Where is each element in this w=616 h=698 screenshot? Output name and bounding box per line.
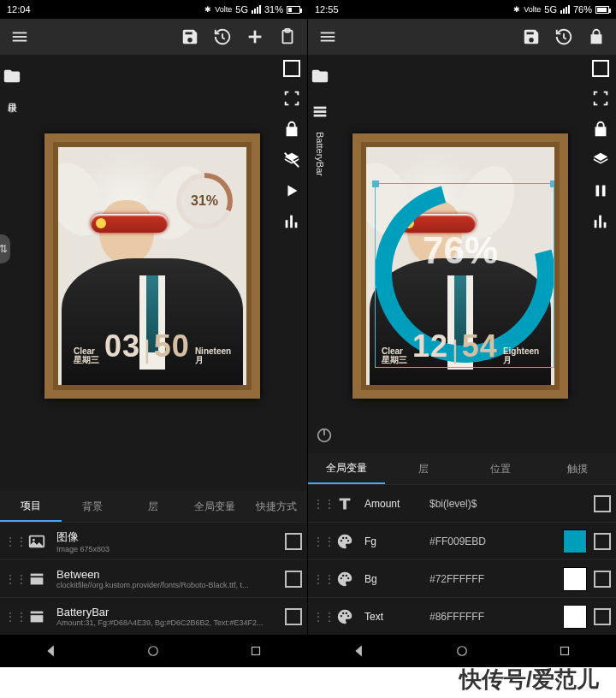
item-checkbox[interactable] (594, 571, 611, 588)
home-icon[interactable] (454, 643, 470, 659)
color-swatch[interactable] (563, 605, 587, 629)
back-icon[interactable] (44, 643, 59, 659)
editor-tabs: 项目背景层全局变量快捷方式 (0, 491, 307, 522)
clock-text: 12:04 (7, 4, 31, 15)
tab-0[interactable]: 项目 (0, 491, 62, 522)
selection-toggle[interactable] (592, 60, 609, 77)
svg-rect-19 (321, 33, 335, 34)
clipboard-icon[interactable] (273, 22, 302, 51)
lock-icon[interactable] (582, 22, 611, 51)
folder-icon[interactable] (308, 62, 335, 91)
property-row[interactable]: ⋮⋮Bg#72FFFFFF (308, 559, 616, 597)
selection-toggle[interactable] (283, 60, 300, 77)
item-title: Between (56, 568, 278, 581)
item-checkbox[interactable] (285, 608, 302, 625)
menu-icon[interactable] (313, 22, 342, 51)
tab-3[interactable]: 触摸 (539, 453, 616, 484)
item-checkbox[interactable] (594, 533, 611, 550)
item-subtitle: Image 675x803 (56, 545, 278, 553)
list-item[interactable]: ⋮⋮图像Image 675x803 (0, 522, 307, 559)
power-icon[interactable] (310, 421, 339, 450)
svg-point-40 (341, 614, 342, 616)
save-icon[interactable] (175, 22, 204, 51)
stack-icon[interactable] (308, 98, 335, 127)
breadcrumb-label[interactable]: BatteryBar (315, 132, 325, 176)
stack-icon (24, 604, 50, 630)
drag-handle-icon[interactable]: ⋮⋮ (313, 573, 325, 585)
battery-icon (595, 6, 609, 14)
history-icon[interactable] (208, 22, 237, 51)
property-value[interactable]: #72FFFFFF (429, 573, 556, 585)
svg-rect-0 (13, 33, 27, 34)
folder-icon[interactable] (0, 62, 27, 91)
svg-rect-14 (31, 577, 44, 584)
property-row[interactable]: ⋮⋮Amount$bi(level)$ (308, 484, 616, 522)
svg-rect-20 (321, 36, 335, 38)
editor-tabs: 全局变量层位置触摸 (308, 453, 616, 484)
widget-preview[interactable]: 31% Clear星期三 03|50 Nineteen月 (44, 133, 260, 399)
recent-icon[interactable] (248, 643, 264, 659)
drag-handle-icon[interactable]: ⋮⋮ (313, 611, 325, 623)
add-icon[interactable] (240, 22, 270, 51)
svg-point-39 (347, 577, 349, 578)
system-nav (0, 635, 307, 667)
property-value[interactable]: #86FFFFFF (429, 611, 556, 623)
layers-icon[interactable] (591, 151, 610, 169)
home-icon[interactable] (145, 643, 161, 659)
signal-icon (560, 5, 570, 14)
property-row[interactable]: ⋮⋮Fg#FF009EBD (308, 522, 616, 559)
watermark-text: 快传号/爱范儿 (459, 665, 599, 695)
drag-handle-icon[interactable]: ⋮⋮ (5, 535, 17, 547)
layers-off-icon[interactable] (282, 151, 301, 169)
svg-point-33 (342, 536, 344, 538)
save-icon[interactable] (517, 22, 546, 51)
item-checkbox[interactable] (594, 495, 611, 512)
tab-1[interactable]: 层 (385, 453, 462, 484)
svg-rect-23 (314, 110, 327, 113)
drag-handle-icon[interactable]: ⋮⋮ (5, 573, 17, 585)
play-icon[interactable] (282, 181, 301, 200)
item-checkbox[interactable] (594, 608, 611, 625)
tab-3[interactable]: 全局变量 (184, 491, 246, 522)
lock-icon[interactable] (591, 120, 610, 139)
fullscreen-icon[interactable] (591, 89, 610, 108)
equalizer-icon[interactable] (591, 212, 610, 231)
palette-icon (332, 604, 358, 630)
lock-icon[interactable] (282, 120, 301, 139)
back-icon[interactable] (352, 643, 367, 659)
drag-handle-icon[interactable]: ⋮⋮ (313, 498, 325, 510)
property-row[interactable]: ⋮⋮Text#86FFFFFF (308, 597, 616, 635)
svg-point-43 (347, 614, 349, 616)
tab-0[interactable]: 全局变量 (308, 453, 385, 484)
svg-rect-1 (13, 36, 27, 38)
list-item[interactable]: ⋮⋮Betweenclockitfile//org.kustom.provide… (0, 559, 307, 597)
item-checkbox[interactable] (285, 571, 302, 588)
tab-1[interactable]: 背景 (62, 491, 123, 522)
list-item[interactable]: ⋮⋮BatteryBarAmount:31, Fg:#D68A4E39, Bg:… (0, 597, 307, 635)
menu-icon[interactable] (5, 22, 34, 51)
item-checkbox[interactable] (285, 533, 302, 550)
recent-icon[interactable] (557, 643, 572, 659)
drawer-handle[interactable]: ⇅ (0, 234, 10, 263)
drag-handle-icon[interactable]: ⋮⋮ (313, 535, 325, 547)
tab-2[interactable]: 位置 (462, 453, 539, 484)
color-swatch[interactable] (563, 567, 587, 591)
right-rail (589, 60, 613, 231)
image-icon (24, 529, 50, 554)
drag-handle-icon[interactable]: ⋮⋮ (5, 611, 17, 623)
svg-point-41 (342, 612, 344, 613)
color-swatch[interactable] (563, 529, 587, 553)
clock-text: 12:55 (315, 4, 339, 15)
fullscreen-icon[interactable] (282, 89, 301, 108)
property-value[interactable]: #FF009EBD (429, 535, 556, 547)
property-list: ⋮⋮Amount$bi(level)$⋮⋮Fg#FF009EBD⋮⋮Bg#72F… (308, 484, 616, 635)
property-value[interactable]: $bi(level)$ (429, 498, 587, 510)
pause-icon[interactable] (591, 181, 610, 200)
widget-preview[interactable]: 76% Clear星期三 12|54 Eighteen月 (352, 133, 568, 399)
history-icon[interactable] (549, 22, 578, 51)
tab-2[interactable]: 层 (123, 491, 185, 522)
equalizer-icon[interactable] (282, 212, 301, 231)
svg-rect-9 (290, 216, 293, 228)
tab-4[interactable]: 快捷方式 (246, 491, 307, 522)
svg-point-42 (346, 612, 347, 613)
